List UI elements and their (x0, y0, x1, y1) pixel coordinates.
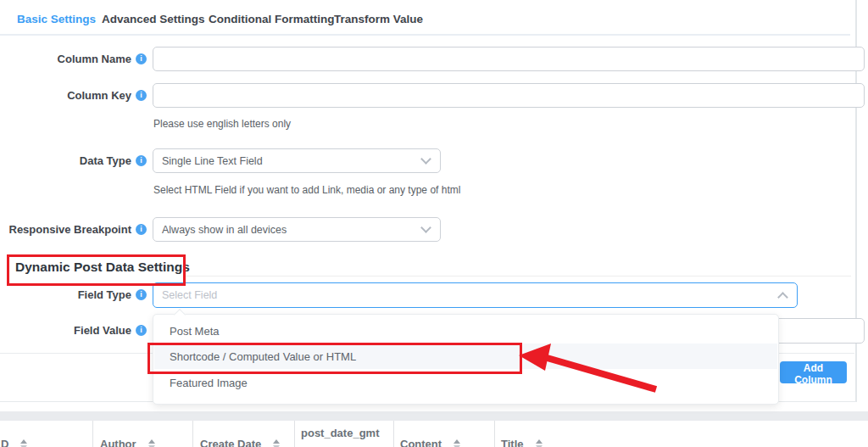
tab-advanced-settings[interactable]: Advanced Settings (102, 13, 205, 25)
sort-icon[interactable] (453, 439, 460, 447)
table-header-title[interactable]: Title (501, 438, 542, 447)
field-type-placeholder: Select Field (162, 289, 217, 301)
chevron-down-icon (420, 154, 431, 165)
responsive-breakpoint-selected-value: Always show in all devices (162, 224, 287, 236)
field-type-label: Field Type i (0, 288, 147, 301)
field-value-label: Field Value i (0, 324, 147, 337)
page-background-band (0, 411, 868, 421)
dropdown-option-post-meta[interactable]: Post Meta (154, 318, 777, 344)
add-column-button[interactable]: Add Column (780, 361, 847, 383)
column-key-label: Column Key i (0, 89, 147, 102)
annotation-box-section-heading (7, 254, 186, 286)
column-settings-panel: Basic Settings Advanced Settings Conditi… (0, 0, 868, 447)
info-icon[interactable]: i (136, 155, 147, 166)
table-header-label: Create Date (200, 438, 261, 447)
table-header-label: D (1, 438, 8, 447)
info-icon[interactable]: i (136, 289, 147, 300)
table-header-create-date[interactable]: Create Date (200, 438, 280, 447)
info-icon[interactable]: i (136, 53, 147, 64)
info-icon[interactable]: i (136, 90, 147, 101)
section-divider (183, 276, 851, 277)
column-key-helper-text: Please use english letters only (153, 118, 291, 130)
info-icon[interactable]: i (136, 224, 147, 235)
tabs-divider (0, 34, 850, 36)
annotation-box-shortcode-option (147, 343, 522, 374)
column-name-label: Column Name i (0, 53, 147, 65)
table-column-border (294, 421, 295, 447)
data-type-helper-text: Select HTML Field if you want to add Lin… (153, 184, 460, 196)
field-type-label-text: Field Type (78, 288, 131, 301)
tab-transform-value[interactable]: Transform Value (334, 13, 423, 25)
column-key-input[interactable] (153, 83, 865, 108)
table-header-label: post_date_gmt (301, 427, 379, 439)
data-type-label-text: Data Type (80, 154, 131, 167)
column-key-label-text: Column Key (67, 89, 131, 102)
tab-basic-settings[interactable]: Basic Settings (17, 13, 96, 25)
column-name-input[interactable] (153, 47, 865, 71)
table-header-id[interactable]: D (1, 438, 27, 447)
annotation-arrow (515, 341, 664, 394)
info-icon[interactable]: i (136, 325, 147, 336)
table-header-author[interactable]: Author (100, 438, 155, 447)
table-column-border (393, 421, 394, 447)
sort-icon[interactable] (536, 439, 542, 447)
table-header-label: Content (400, 438, 442, 447)
responsive-breakpoint-select[interactable]: Always show in all devices (153, 217, 441, 242)
data-type-label: Data Type i (0, 154, 147, 167)
table-column-border (92, 421, 93, 447)
responsive-breakpoint-label-text: Responsive Breakpoint (9, 223, 132, 236)
table-column-border (494, 421, 495, 447)
data-type-select[interactable]: Single Line Text Field (153, 148, 441, 173)
table-header-post-date-gmt[interactable]: post_date_gmt (301, 427, 379, 439)
sort-icon[interactable] (20, 439, 27, 447)
sort-icon[interactable] (273, 439, 280, 447)
chevron-up-icon (777, 292, 788, 303)
data-type-selected-value: Single Line Text Field (162, 155, 263, 167)
field-value-label-text: Field Value (74, 324, 131, 337)
responsive-breakpoint-label: Responsive Breakpoint i (0, 223, 147, 236)
table-header-label: Author (100, 438, 136, 447)
column-name-label-text: Column Name (58, 53, 131, 65)
chevron-down-icon (420, 222, 431, 233)
field-type-select[interactable]: Select Field (153, 282, 798, 308)
sort-icon[interactable] (148, 439, 155, 447)
table-header-label: Title (501, 438, 524, 447)
table-header-content[interactable]: Content (400, 438, 460, 447)
table-column-border (192, 421, 193, 447)
tab-conditional-formatting[interactable]: Conditional Formatting (209, 13, 334, 25)
